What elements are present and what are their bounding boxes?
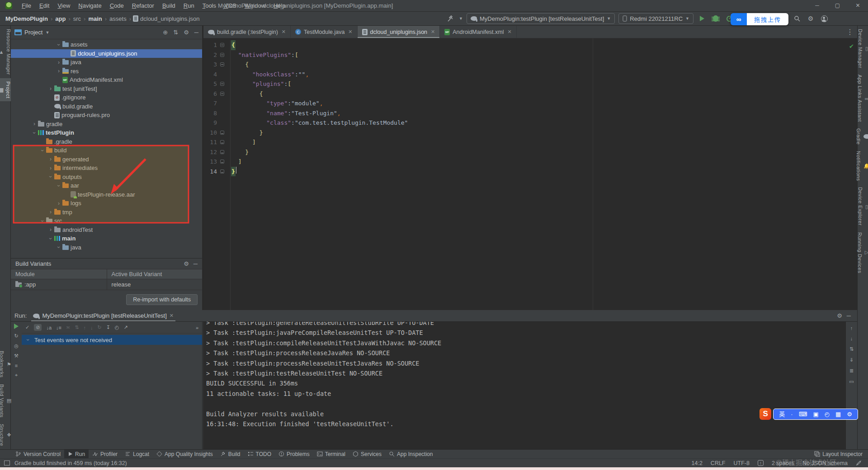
tree-row-androidTest[interactable]: ›androidTest	[11, 226, 202, 235]
tree-row-src[interactable]: ›src	[11, 216, 202, 226]
sort-duration-icon[interactable]: ↓≡	[56, 325, 61, 330]
chevron-icon[interactable]: ›	[55, 200, 62, 207]
editor-tab-dcloud-uniplugins.json[interactable]: dcloud_uniplugins.json✕	[358, 26, 440, 38]
ignored-icon[interactable]: ⊘	[34, 324, 42, 331]
locate-file-icon[interactable]: ⊕	[163, 29, 168, 36]
fold-column[interactable]	[217, 60, 227, 70]
ime-dot-icon[interactable]: ·	[791, 411, 793, 417]
breadcrumb-item-src[interactable]: src	[72, 15, 82, 22]
ime-keyboard-icon[interactable]: ⌨	[799, 411, 807, 417]
run-configuration-select[interactable]: MyDemoPlugin:testPlugin [testReleaseUnit…	[467, 13, 615, 24]
readonly-pen-icon[interactable]	[856, 460, 862, 466]
fold-marker-icon[interactable]	[220, 140, 224, 144]
fold-column[interactable]	[217, 137, 227, 147]
fold-column[interactable]	[217, 89, 227, 99]
editor-tab-TestModule.java[interactable]: CTestModule.java✕	[291, 26, 358, 38]
right-strip-device-explorer[interactable]: ▯Device Explorer	[858, 184, 868, 229]
fold-column[interactable]	[217, 79, 227, 89]
menu-edit[interactable]: Edit	[35, 0, 53, 12]
project-view-dropdown-icon[interactable]: ▼	[45, 30, 49, 35]
netdisk-drag-upload-widget[interactable]: ∞ 拖拽上传	[731, 13, 788, 25]
previous-icon[interactable]: ↑	[83, 325, 86, 330]
left-strip-build-variants[interactable]: ▤Build Variants	[0, 381, 11, 421]
run-console[interactable]: > Task :testPlugin:generateReleaseUnitTe…	[203, 322, 845, 449]
right-strip-gradle[interactable]: Gradle	[856, 125, 868, 148]
chevron-icon[interactable]: ›	[39, 217, 46, 225]
code-content[interactable]: { "nativePlugins":[ { "hooksClass":"", "…	[231, 40, 851, 310]
rerun-tests-button[interactable]	[14, 324, 19, 329]
indent-setting[interactable]: 2 spaces	[772, 460, 794, 466]
hide-panel-icon[interactable]: ─	[847, 312, 851, 319]
fold-marker-icon[interactable]	[220, 62, 224, 66]
editor-gutter[interactable]: 1234567891011121314	[203, 40, 231, 310]
fold-column[interactable]	[217, 147, 227, 157]
build-variant-row[interactable]: :apprelease	[11, 279, 202, 290]
tree-row-build[interactable]: ›build	[11, 146, 202, 155]
tool-window-button-services[interactable]: Services	[349, 450, 385, 459]
left-strip-resource-manager[interactable]: Resource Manager▲	[0, 26, 11, 78]
tree-row-java[interactable]: ›java	[11, 58, 202, 67]
menu-file[interactable]: File	[18, 0, 35, 12]
right-strip-app-links-assistant[interactable]: ∞App Links Assistant	[857, 71, 868, 125]
tree-row-tmp[interactable]: ›tmp	[11, 208, 202, 217]
tree-row-dcloud-uniplugins.json[interactable]: dcloud_uniplugins.json	[11, 49, 202, 58]
tool-window-button-run[interactable]: Run	[64, 450, 89, 459]
fold-column[interactable]	[217, 40, 227, 50]
editor-tab-AndroidManifest.xml[interactable]: MFAndroidManifest.xml✕	[440, 26, 516, 38]
json-schema-setting[interactable]: No JSON schema	[802, 460, 848, 466]
run-button[interactable]	[697, 14, 707, 24]
profile-avatar-icon[interactable]	[819, 14, 829, 24]
reimport-defaults-button[interactable]: Re-import with defaults	[126, 294, 198, 305]
fold-marker-icon[interactable]	[220, 131, 224, 135]
menu-code[interactable]: Code	[106, 0, 128, 12]
import-icon[interactable]: ↧	[106, 324, 110, 330]
history-icon[interactable]: ◴	[115, 324, 119, 330]
ime-lang-toggle[interactable]: 英	[779, 411, 785, 417]
close-tab-icon[interactable]: ✕	[431, 29, 435, 35]
layout-inspector-button[interactable]: Layout Inspector	[814, 451, 868, 457]
scroll-end-icon[interactable]: ⇓	[849, 357, 854, 363]
fold-marker-icon[interactable]	[220, 53, 224, 57]
tree-row-build.gradle[interactable]: build.gradle	[11, 102, 202, 111]
tree-row-AndroidManifest.xml[interactable]: MFAndroidManifest.xml	[11, 75, 202, 85]
chevron-icon[interactable]: ›	[47, 173, 54, 180]
close-tab-icon[interactable]: ✕	[170, 313, 174, 319]
fold-column[interactable]	[217, 157, 227, 167]
hide-panel-icon[interactable]: ─	[193, 260, 198, 267]
editor-tab-build.gradle---testPlugin-[interactable]: build.gradle (:testPlugin)✕	[203, 26, 291, 38]
ime-settings-icon[interactable]: ⚙	[847, 411, 852, 417]
chevron-icon[interactable]: ›	[47, 235, 54, 242]
rerun-icon[interactable]: ↻	[14, 333, 18, 339]
menu-navigate[interactable]: Navigate	[74, 0, 105, 12]
ime-logo-icon[interactable]: S	[760, 408, 771, 420]
close-button[interactable]: ✕	[848, 0, 868, 12]
down-icon[interactable]: ↓	[850, 336, 853, 341]
tree-row-outputs[interactable]: ›outputs	[11, 173, 202, 182]
expand-all-icon[interactable]: ≍	[66, 324, 70, 330]
tool-window-button-version-control[interactable]: Version Control	[12, 450, 64, 459]
chevron-icon[interactable]: ›	[31, 121, 38, 127]
tree-row-main[interactable]: ›main	[11, 234, 202, 243]
chevron-icon[interactable]: ›	[47, 226, 54, 233]
tree-row-generated[interactable]: ›generated	[11, 155, 202, 164]
tool-window-button-problems[interactable]: Problems	[275, 450, 313, 459]
tool-window-button-app-inspection[interactable]: App Inspection	[385, 450, 436, 459]
ime-grid-icon[interactable]: ▦	[835, 411, 841, 417]
chevron-icon[interactable]: ›	[56, 41, 62, 48]
minimize-button[interactable]: ─	[807, 0, 827, 12]
build-hammer-icon[interactable]	[445, 14, 455, 24]
tree-row-testPlugin-release.aar[interactable]: testPlugin-release.aar	[11, 190, 202, 199]
file-encoding[interactable]: UTF-8	[734, 460, 750, 466]
close-tab-icon[interactable]: ✕	[282, 29, 286, 35]
tree-row-assets[interactable]: ›assets	[11, 40, 202, 49]
fold-marker-icon[interactable]	[220, 160, 224, 164]
next-icon[interactable]: ↓	[90, 325, 93, 330]
ime-clipboard-icon[interactable]: ▣	[813, 411, 818, 417]
sort-icon[interactable]: ⇅	[849, 346, 854, 352]
fold-marker-icon[interactable]	[220, 150, 224, 154]
chevron-icon[interactable]: ›	[47, 165, 54, 171]
breadcrumb-item-dcloud_uniplugins.json[interactable]: dcloud_uniplugins.json	[139, 15, 201, 22]
menu-run[interactable]: Run	[179, 0, 198, 12]
tool-window-button-logcat[interactable]: Logcat	[121, 450, 153, 459]
breadcrumb-item-MyDemoPlugin[interactable]: MyDemoPlugin	[5, 15, 49, 22]
